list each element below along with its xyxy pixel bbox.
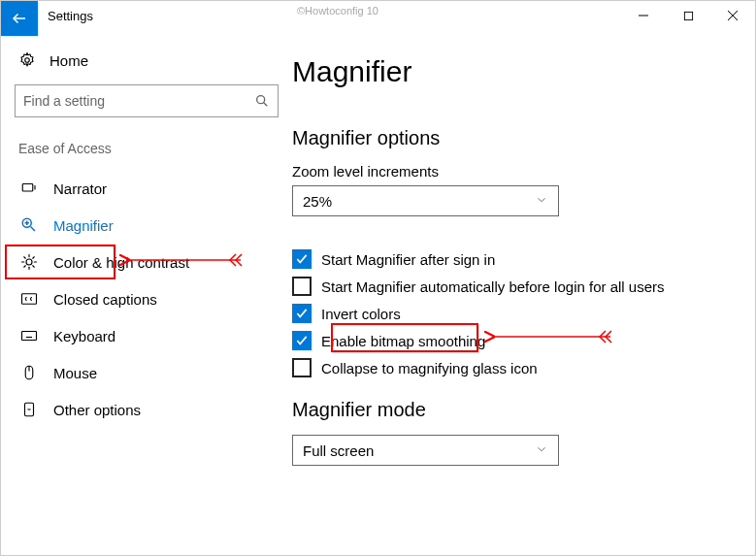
minimize-button[interactable] — [621, 1, 666, 30]
chevron-down-icon — [535, 193, 548, 210]
checkbox-icon — [292, 304, 312, 323]
minimize-icon — [638, 10, 649, 21]
close-icon — [727, 10, 739, 21]
checkbox-bitmap-smoothing[interactable]: Enable bitmap smoothing — [292, 327, 736, 354]
svg-line-19 — [24, 257, 26, 259]
watermark: ©Howtoconfig 10 — [297, 5, 378, 16]
svg-line-21 — [33, 257, 35, 259]
maximize-button[interactable] — [666, 1, 710, 30]
sidebar-item-label: Color & high contrast — [53, 254, 189, 271]
magnifier-icon — [20, 216, 38, 234]
checkbox-icon — [292, 358, 312, 377]
close-button[interactable] — [710, 1, 755, 30]
search-icon — [254, 93, 270, 109]
sidebar-item-color-contrast[interactable]: Color & high contrast — [15, 244, 279, 280]
back-button[interactable] — [1, 1, 38, 36]
zoom-increment-select[interactable]: 25% — [292, 185, 559, 216]
svg-rect-24 — [22, 332, 37, 341]
svg-rect-8 — [22, 184, 33, 192]
gear-icon — [18, 51, 36, 69]
sidebar: Home Find a setting Ease of Access Narra… — [1, 36, 292, 555]
svg-line-20 — [33, 266, 35, 268]
svg-rect-2 — [684, 12, 692, 19]
search-placeholder: Find a setting — [23, 93, 105, 109]
checkbox-icon — [292, 277, 312, 296]
page-title: Magnifier — [292, 55, 736, 88]
sidebar-item-other-options[interactable]: Other options — [15, 391, 279, 428]
narrator-icon — [20, 180, 38, 197]
section-title-options: Magnifier options — [292, 127, 736, 149]
sidebar-item-home[interactable]: Home — [15, 46, 279, 84]
svg-line-11 — [31, 227, 36, 232]
checkbox-collapse-glass[interactable]: Collapse to magnifying glass icon — [292, 354, 736, 381]
svg-line-7 — [264, 103, 268, 107]
checkbox-label: Enable bitmap smoothing — [321, 333, 485, 349]
sidebar-item-label: Narrator — [53, 180, 107, 197]
section-title-mode: Magnifier mode — [292, 399, 736, 421]
checkbox-label: Start Magnifier automatically before log… — [321, 278, 665, 295]
svg-point-14 — [26, 259, 32, 265]
sidebar-item-label: Mouse — [53, 365, 97, 381]
sidebar-item-label: Other options — [53, 402, 141, 418]
mode-select[interactable]: Full screen — [292, 435, 559, 466]
sidebar-item-narrator[interactable]: Narrator — [15, 170, 279, 207]
chevron-down-icon — [535, 442, 548, 459]
zoom-increment-value: 25% — [303, 193, 332, 210]
brightness-icon — [20, 253, 38, 271]
maximize-icon — [683, 11, 694, 21]
svg-rect-23 — [22, 294, 37, 305]
svg-point-6 — [257, 96, 265, 104]
mouse-icon — [20, 364, 38, 381]
sidebar-item-label: Keyboard — [53, 328, 115, 344]
keyboard-icon — [20, 327, 38, 344]
window-controls — [621, 1, 755, 30]
checkbox-label: Invert colors — [321, 306, 401, 322]
mode-value: Full screen — [303, 442, 374, 459]
checkbox-invert-colors[interactable]: Invert colors — [292, 300, 736, 327]
sidebar-item-magnifier[interactable]: Magnifier — [15, 207, 279, 244]
sidebar-item-label: Closed captions — [53, 291, 157, 308]
checkbox-start-before-login[interactable]: Start Magnifier automatically before log… — [292, 273, 736, 300]
sidebar-category: Ease of Access — [15, 141, 279, 156]
other-options-icon — [20, 401, 38, 418]
back-arrow-icon — [11, 10, 28, 27]
sidebar-item-label: Magnifier — [53, 217, 114, 234]
svg-point-5 — [25, 58, 30, 63]
main-content: Magnifier Magnifier options Zoom level i… — [292, 36, 755, 555]
sidebar-item-closed-captions[interactable]: Closed captions — [15, 280, 279, 317]
sidebar-item-mouse[interactable]: Mouse — [15, 354, 279, 391]
zoom-increment-label: Zoom level increments — [292, 163, 736, 180]
checkbox-label: Start Magnifier after sign in — [321, 251, 495, 268]
svg-line-22 — [24, 266, 26, 268]
sidebar-item-keyboard[interactable]: Keyboard — [15, 317, 279, 354]
checkbox-label: Collapse to magnifying glass icon — [321, 360, 538, 376]
home-label: Home — [49, 52, 88, 69]
checkbox-start-after-signin[interactable]: Start Magnifier after sign in — [292, 245, 736, 273]
captions-icon — [20, 290, 38, 308]
checkbox-icon — [292, 249, 312, 269]
checkbox-icon — [292, 331, 312, 350]
search-input[interactable]: Find a setting — [15, 84, 279, 117]
title-bar: Settings ©Howtoconfig 10 — [1, 1, 755, 36]
window-title: Settings — [38, 1, 103, 31]
